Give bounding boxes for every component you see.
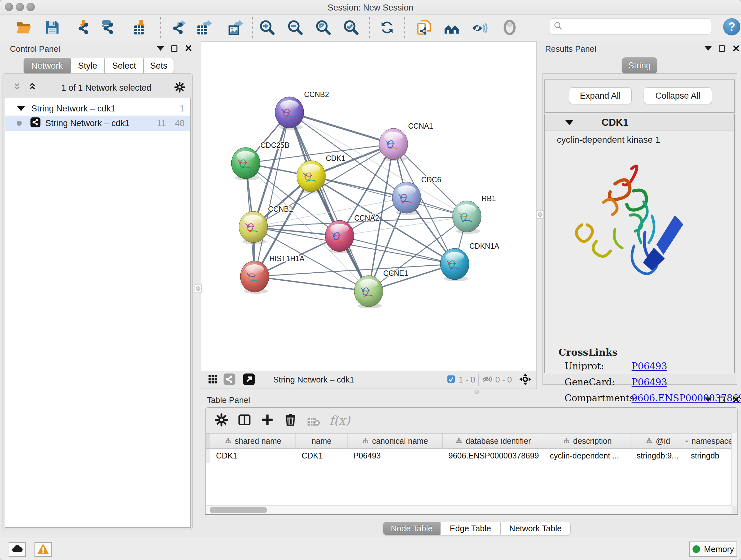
tab-style[interactable]: Style (71, 58, 105, 74)
network-node-ccnb2[interactable]: CCNB2 (275, 90, 329, 130)
search-input[interactable] (563, 21, 708, 32)
crosslink-link[interactable]: P06493 (631, 377, 667, 388)
zoom-fit-button[interactable] (314, 18, 333, 37)
left-splitter-handle[interactable] (195, 285, 202, 293)
export-network-button[interactable] (169, 18, 187, 37)
network-edge[interactable] (255, 276, 368, 291)
network-row-selected[interactable]: String Network – cdk1 11 48 (5, 116, 190, 131)
bottom-splitter-handle[interactable] (472, 389, 481, 395)
column-header--id[interactable]: @id (631, 434, 685, 448)
help-button[interactable]: ? (723, 18, 740, 36)
export-image-button[interactable] (226, 18, 245, 37)
settings-gear-button[interactable] (214, 413, 228, 428)
expand-all-button[interactable]: Expand All (569, 87, 631, 104)
table-row[interactable]: CDK1CDK1P064939606.ENSP00000378699cyclin… (206, 449, 733, 463)
column-label: database identifier (466, 436, 531, 446)
zoom-selected-button[interactable] (342, 18, 360, 37)
results-panel-float-icon[interactable] (719, 45, 725, 52)
column-label: shared name (235, 436, 281, 446)
gene-expander-icon[interactable] (565, 120, 574, 125)
network-canvas[interactable]: CCNB2CCNA1CDC25BCDK1CDC6RB1CCNB1CCNA2CDK… (201, 42, 537, 371)
apply-preferred-layout-button[interactable] (378, 18, 396, 37)
new-network-from-selection-button[interactable] (415, 18, 433, 37)
collapse-all-icon[interactable] (12, 82, 23, 94)
pan-crosshair-icon[interactable] (519, 373, 532, 387)
show-hide-graphics-details-button[interactable] (470, 18, 488, 37)
cell--id[interactable]: stringdb:9... (631, 449, 685, 463)
current-network-name: String Network – cdk1 (273, 375, 354, 385)
control-panel-close-icon[interactable]: ✕ (185, 45, 192, 52)
network-edge[interactable] (289, 112, 394, 144)
import-table-file-button[interactable] (132, 18, 150, 37)
table-panel-menu-icon[interactable] (704, 397, 712, 402)
network-node-cdk1[interactable]: CDK1 (297, 154, 345, 193)
export-table-button[interactable] (195, 18, 213, 37)
control-panel-float-icon[interactable] (171, 45, 178, 52)
network-collection-row[interactable]: String Network – cdk1 1 (5, 101, 190, 116)
cloud-button[interactable] (9, 542, 26, 557)
cell-namespace[interactable]: stringdb (685, 449, 733, 463)
export-view-icon[interactable] (243, 373, 255, 387)
zoom-out-button[interactable] (286, 18, 305, 37)
houses-button[interactable] (443, 18, 461, 37)
add-row-icon (260, 413, 274, 427)
gene-card-header[interactable]: CDK1 (545, 114, 734, 131)
expand-all-icon[interactable] (28, 82, 39, 94)
control-panel-menu-icon[interactable] (157, 46, 164, 51)
cell-canonical-name[interactable]: P06493 (347, 449, 443, 463)
tab-network-table[interactable]: Network Table (500, 522, 570, 535)
cell-shared-name[interactable]: CDK1 (210, 449, 296, 463)
tab-select[interactable]: Select (105, 58, 144, 74)
network-edge[interactable] (289, 112, 368, 291)
column-header-canonical-name[interactable]: canonical name (347, 434, 443, 448)
save-session-button[interactable] (43, 18, 62, 37)
network-node-ccna1[interactable]: CCNA1 (379, 122, 433, 161)
right-splitter-handle[interactable] (537, 210, 544, 219)
cell-database-identifier[interactable]: 9606.ENSP00000378699 (443, 449, 544, 463)
collapse-all-button[interactable]: Collapse All (644, 87, 712, 104)
results-panel-menu-icon[interactable] (704, 46, 712, 51)
zoom-in-button[interactable] (258, 18, 276, 37)
table-panel-close-icon[interactable]: ✕ (732, 396, 740, 403)
cell-name[interactable]: CDK1 (296, 449, 347, 463)
tab-edge-table[interactable]: Edge Table (441, 522, 500, 535)
import-network-database-button[interactable] (99, 18, 118, 37)
collection-expander-icon[interactable] (17, 106, 25, 111)
network-graph[interactable]: CCNB2CCNA1CDC25BCDK1CDC6RB1CCNB1CCNA2CDK… (201, 42, 536, 371)
warnings-button[interactable] (35, 542, 52, 557)
network-edge[interactable] (255, 112, 289, 276)
memory-button[interactable]: Memory (689, 542, 737, 557)
column-header-description[interactable]: description (544, 434, 631, 448)
grid-view-icon[interactable] (207, 374, 219, 386)
network-node-cdkn1a[interactable]: CDKN1A (441, 242, 499, 281)
column-header-shared-name[interactable]: shared name (210, 434, 296, 448)
table-vertical-scrollbar[interactable] (731, 433, 737, 506)
column-header-database-identifier[interactable]: database identifier (443, 434, 544, 448)
horizontal-scroll-thumb[interactable] (210, 507, 267, 513)
add-row-button[interactable] (260, 413, 274, 428)
network-node-cdc6[interactable]: CDC6 (392, 176, 441, 215)
network-view-icon[interactable] (223, 373, 236, 387)
network-node-rb1[interactable]: RB1 (453, 194, 496, 234)
column-header-name[interactable]: name (296, 434, 347, 448)
network-node-ccne1[interactable]: CCNE1 (354, 269, 408, 308)
cell-description[interactable]: cyclin-dependent ... (544, 449, 631, 463)
tab-string[interactable]: String (622, 57, 657, 73)
open-session-button[interactable] (15, 18, 33, 37)
delete-row-button[interactable] (283, 413, 297, 428)
tab-node-table[interactable]: Node Table (383, 522, 441, 535)
network-options-gear-icon[interactable] (174, 81, 185, 94)
column-header-namespace[interactable]: namespace (685, 434, 733, 448)
selected-checkbox[interactable] (447, 375, 455, 385)
results-panel-close-icon[interactable]: ✕ (732, 45, 740, 52)
render-detail-orb-button[interactable] (500, 18, 519, 37)
table-panel-float-icon[interactable] (719, 396, 725, 403)
table-horizontal-scrollbar[interactable] (206, 505, 732, 514)
tab-sets[interactable]: Sets (144, 58, 174, 74)
import-network-file-button[interactable] (74, 18, 93, 37)
toggle-column-button[interactable] (238, 413, 252, 428)
tab-network[interactable]: Network (23, 58, 71, 74)
import-network-file-icon (75, 19, 92, 36)
crosslink-link[interactable]: P06493 (631, 361, 667, 372)
network-edge[interactable] (311, 176, 467, 216)
